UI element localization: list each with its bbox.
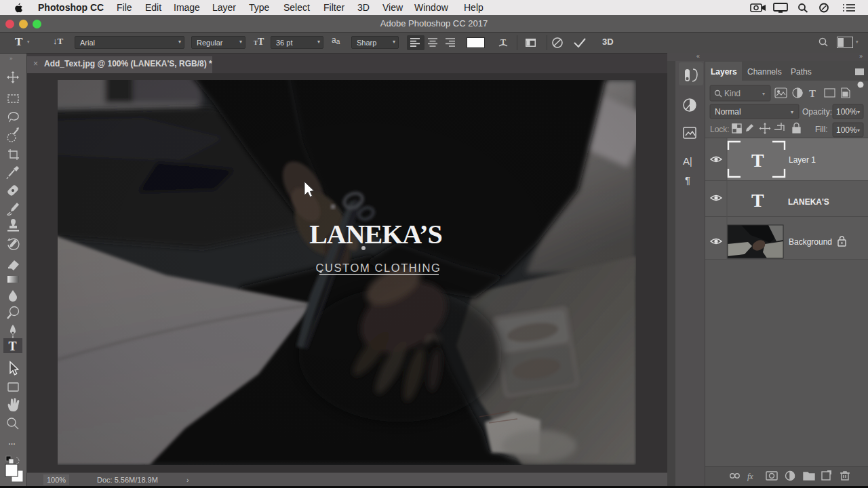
svg-text:Opacity:: Opacity: bbox=[802, 107, 832, 117]
svg-text:▾: ▾ bbox=[857, 109, 860, 115]
svg-text:¶: ¶ bbox=[685, 174, 690, 186]
svg-text:Lock:: Lock: bbox=[710, 125, 730, 134]
svg-text:▾: ▾ bbox=[857, 127, 860, 134]
svg-text:100%: 100% bbox=[836, 125, 857, 135]
svg-text:Layer 1: Layer 1 bbox=[789, 155, 816, 165]
svg-text:▾: ▾ bbox=[791, 109, 793, 115]
svg-text:Normal: Normal bbox=[715, 107, 741, 117]
svg-text:A|: A| bbox=[683, 155, 692, 167]
svg-text:LANEKA'S: LANEKA'S bbox=[788, 197, 829, 207]
svg-text:Background: Background bbox=[789, 237, 832, 247]
svg-text:Channels: Channels bbox=[747, 67, 782, 77]
svg-text:Kind: Kind bbox=[724, 89, 741, 98]
svg-text:LANEKA’S: LANEKA’S bbox=[309, 219, 442, 249]
svg-text:T: T bbox=[809, 88, 816, 99]
svg-text:Fill:: Fill: bbox=[815, 125, 828, 134]
svg-text:Paths: Paths bbox=[791, 67, 812, 77]
svg-text:T: T bbox=[9, 340, 17, 353]
svg-text:…: … bbox=[8, 438, 16, 446]
svg-text:fx: fx bbox=[747, 472, 753, 481]
svg-text:»: » bbox=[9, 56, 13, 62]
svg-text:T: T bbox=[751, 190, 764, 211]
svg-text:CUSTOM CLOTHING: CUSTOM CLOTHING bbox=[315, 262, 441, 274]
svg-text:T: T bbox=[500, 37, 506, 47]
svg-text:Layers: Layers bbox=[711, 67, 737, 77]
svg-text:▾: ▾ bbox=[762, 91, 765, 97]
svg-text:100%: 100% bbox=[836, 107, 857, 117]
svg-text:T: T bbox=[751, 150, 764, 171]
